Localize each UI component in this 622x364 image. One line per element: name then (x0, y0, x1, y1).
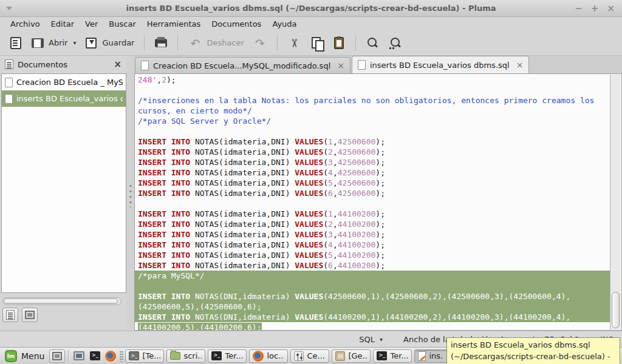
taskbar-launchers (72, 349, 118, 363)
toolbar-separator (277, 35, 278, 51)
window-menu-icon[interactable] (6, 7, 12, 10)
taskbar-window-terminal-3[interactable]: Ter... (373, 349, 412, 363)
tab-label: inserts BD Escuela_varios dbms.sql (370, 61, 510, 70)
term-icon (377, 351, 387, 360)
taskbar-window-terminal-2[interactable]: Ter... (208, 349, 247, 363)
taskbar-window-label: loc... (267, 351, 284, 360)
side-panel-title: Documentos (18, 60, 109, 69)
launcher-terminal[interactable] (87, 349, 102, 363)
show-desktop-button[interactable] (49, 349, 65, 363)
window-title: inserts BD Escuela_varios dbms.sql (~/De… (73, 4, 549, 13)
undo-button[interactable]: ↶ Deshacer (183, 34, 248, 52)
maximize-button[interactable]: + (591, 0, 599, 17)
text-editor[interactable]: 248',2);/*inserciones en la tabla Notas:… (134, 73, 622, 331)
code-line: INSERT INTO NOTAS(idmateria,DNI) VALUES(… (138, 219, 609, 229)
menu-item-herramientas[interactable]: Herramientas (142, 18, 207, 30)
work-area: Documentos × Creacion BD Escuela _ MySQL… (0, 56, 622, 331)
language-label: SQL (359, 335, 375, 344)
code-line: INSERT INTO NOTAS(idmateria,DNI) VALUES(… (138, 260, 609, 271)
editor-content[interactable]: 248',2);/*inserciones en la tabla Notas:… (135, 74, 609, 330)
file-browser-pane-toggle[interactable] (22, 308, 38, 322)
taskbar-window-label: Ter... (225, 351, 243, 360)
minimize-button[interactable]: − (575, 0, 583, 17)
taskbar-window-firefox-loc[interactable]: loc... (249, 349, 288, 363)
pane-splitter[interactable] (126, 56, 134, 331)
code-line: INSERT INTO NOTAS(idmateria,DNI) VALUES(… (138, 178, 609, 188)
tab-close-icon[interactable]: × (516, 60, 524, 70)
documents-pane-toggle[interactable] (2, 308, 18, 322)
computer-icon (73, 351, 84, 360)
menu-item-buscar[interactable]: Buscar (103, 18, 141, 30)
taskbar-tooltip: inserts BD Escuela_varios dbms.sql (~/De… (446, 337, 620, 364)
menu-item-ayuda[interactable]: Ayuda (267, 18, 302, 30)
taskbar-window-files-scripts[interactable]: scri... (166, 349, 205, 363)
menu-item-documentos[interactable]: Documentos (206, 18, 267, 30)
file-browser-icon (25, 311, 35, 319)
code-line: /*inserciones en la tabla Notas: los par… (138, 95, 609, 106)
taskbar-window-terminal-1[interactable]: [Te... (125, 349, 164, 363)
side-panel-hscrollbar[interactable] (2, 297, 121, 305)
close-button[interactable]: × (607, 0, 615, 17)
print-button[interactable] (150, 34, 172, 52)
tab-close-icon[interactable]: × (337, 61, 344, 70)
code-line (135, 281, 610, 291)
clipboard-icon (334, 37, 344, 49)
taskbar-window-label: ins. (429, 351, 443, 360)
code-line (138, 85, 609, 95)
search-icon (366, 36, 379, 50)
language-selector[interactable]: SQL ▾ (359, 335, 383, 344)
menu-item-archivo[interactable]: Archivo (5, 18, 46, 30)
menu-button-label: Menu (21, 351, 44, 361)
replace-button[interactable] (383, 34, 406, 52)
term-icon (211, 351, 222, 360)
file-icon (141, 61, 149, 70)
taskbar-window-control-center[interactable]: Ce... (290, 349, 329, 363)
document-list-item[interactable]: inserts BD Escuela_varios dbms.sql (2, 90, 126, 107)
redo-button[interactable]: ↷ (248, 34, 272, 52)
save-button-label: Guardar (102, 38, 134, 47)
code-line: INSERT INTO NOTAS(idmateria,DNI) VALUES(… (138, 157, 609, 167)
code-line: INSERT INTO NOTAS(idmateria,DNI) VALUES(… (138, 147, 609, 157)
taskbar-window-label: [Te... (142, 351, 160, 360)
taskbar-window-label: Ter... (390, 351, 408, 360)
launcher-computer[interactable] (72, 349, 86, 363)
file-icon (5, 78, 13, 87)
side-panel-close-icon[interactable]: × (114, 59, 121, 70)
chevron-down-icon[interactable]: ▾ (73, 39, 76, 46)
taskbar-drag-handle (120, 351, 123, 362)
find-button[interactable] (361, 34, 383, 52)
taskbar-window-label: [Ge... (348, 351, 367, 360)
undo-button-label: Deshacer (207, 38, 244, 47)
tab-creacion-bd[interactable]: Creacion BD Escuela...MySQL_modificado.s… (135, 57, 350, 73)
taskbar-window-image-viewer[interactable]: [Ge... (332, 349, 371, 363)
tab-bar: Creacion BD Escuela...MySQL_modificado.s… (134, 56, 622, 73)
code-line: INSERT INTO NOTAS(idmateria,DNI) VALUES(… (138, 240, 609, 250)
tab-inserts-bd[interactable]: inserts BD Escuela_varios dbms.sql × (352, 56, 529, 73)
launcher-firefox[interactable] (103, 349, 118, 363)
scrollbar-thumb[interactable] (612, 292, 620, 328)
copy-button[interactable] (306, 34, 328, 52)
open-button[interactable]: Abrir ▾ (27, 34, 80, 52)
editor-pane: Creacion BD Escuela...MySQL_modificado.s… (134, 56, 622, 331)
code-line: INSERT INTO NOTAS(idmateria,DNI) VALUES(… (138, 229, 609, 240)
menu-item-editar[interactable]: Editar (46, 18, 80, 30)
code-line: INSERT INTO NOTAS(idmateria,DNI) VALUES(… (138, 188, 609, 198)
menu-item-ver[interactable]: Ver (80, 18, 103, 30)
paste-button[interactable] (328, 34, 350, 52)
mint-menu-button[interactable]: lm Menu (2, 349, 49, 363)
new-document-button[interactable] (5, 34, 27, 52)
editor-vscrollbar[interactable] (610, 75, 621, 329)
toolbar-separator (177, 35, 178, 51)
undo-icon: ↶ (188, 36, 202, 50)
toolbar: Abrir ▾ Guardar ↶ Deshacer ↷ ✂ (0, 30, 622, 56)
cut-button[interactable]: ✂ (283, 34, 306, 52)
code-line: (42500600,5),(42500600,6); (135, 302, 610, 312)
code-line: INSERT INTO NOTAS(idmateria,DNI) VALUES(… (138, 167, 609, 178)
document-list-item[interactable]: Creacion BD Escuela _ MySQL_modificado.s… (2, 74, 126, 90)
save-button[interactable]: Guardar (80, 34, 138, 52)
copy-icon (310, 36, 324, 50)
document-name: inserts BD Escuela_varios dbms.sql (16, 94, 123, 103)
desktop-icon (52, 352, 62, 360)
code-line: /*para SQL Server y Oracle*/ (138, 116, 609, 126)
toolbar-separator (355, 35, 356, 51)
